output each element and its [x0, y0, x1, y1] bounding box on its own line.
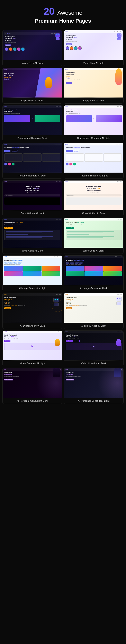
photo-5	[84, 271, 103, 276]
nav-logo: LOGO	[4, 294, 7, 295]
apc-dark-person	[52, 368, 61, 378]
awesome-text: Awesome	[57, 10, 82, 16]
nav-link: Gallery	[115, 256, 118, 257]
aig-dark-content: AI IMAGE GENERATOR Portrait Landscape Ab…	[64, 258, 123, 278]
vo-dark-title: Your CompleteGenerative VoiceAI Toolkit	[5, 36, 60, 42]
rb-dark-cta1: Get Started	[4, 150, 11, 152]
card-label-voice-over-dark: Voice Over AI Dark	[3, 60, 62, 66]
preview-write-code-light: LOGO Home Code Write Code With 10X Faste…	[64, 218, 123, 248]
robot-body	[54, 302, 59, 306]
card-label-digital-agency-light: AI Digital Agency Light	[64, 323, 123, 329]
preview-copy-writing-dark: LOGO Home Chat Whatever You WantTo Ask, …	[64, 180, 123, 210]
cards-grid: LOGO Home About Price Your CompleteGener…	[0, 28, 126, 406]
preview-image-gen-light: LOGO Gallery Generate AI IMAGE GENERATOR…	[3, 256, 62, 285]
preview-copy-writer-dark: LOGO Home Price Best AI WriterFor Creati…	[64, 68, 123, 98]
vo-dark-nav: LOGO Home About Price	[4, 32, 60, 35]
card-bg-remover-light[interactable]: LOGO Home About Remove BackgroundFrom Im…	[64, 105, 123, 141]
card-personal-consultant-dark[interactable]: LOGO Home Consult AI PersonalConsultant …	[3, 368, 62, 404]
card-digital-agency-dark[interactable]: LOGO About Work Smart InnovationThrough …	[3, 293, 62, 329]
avatar-5	[21, 47, 25, 51]
nav-logo: LOGO	[4, 369, 7, 370]
card-label-copy-writing-light: Copy Writing AI Light	[3, 210, 62, 216]
nav-link: Chat	[120, 181, 122, 182]
vc-dark-cta1: Get Started	[66, 340, 72, 342]
preview-resume-light: LOGO Home Features The Smartest AI-Power…	[64, 143, 123, 172]
vo-light-avatars	[66, 46, 122, 50]
bgr-light-after: After	[96, 115, 122, 122]
wcd-nav: LOGO Home Code	[3, 218, 62, 220]
ada-light-sub: We're A Global Creative Agency Based In …	[66, 305, 122, 306]
avatar-1	[5, 47, 8, 51]
avatar-2	[9, 47, 13, 51]
card-personal-consultant-light[interactable]: LOGO Home Consult AI PersonalConsultant …	[64, 368, 123, 404]
card-label-image-gen-dark: Ai Image Generator Dark	[64, 285, 123, 291]
tag-1: Portrait	[4, 262, 8, 264]
card-resume-dark[interactable]: LOGO Home Features The Smartest AI-Power…	[3, 143, 62, 179]
ada-light-content: Smart InnovationThrough AI 🦋 🐝 We're A G…	[64, 296, 123, 311]
card-image-gen-dark[interactable]: LOGO Gallery Generate AI IMAGE GENERATOR…	[64, 256, 123, 291]
aig-light-tags: Portrait Landscape Abstract Fantasy	[4, 262, 60, 264]
aig-light-photos	[4, 266, 60, 276]
card-video-creation-light[interactable]: LOGO Home Create Create ProfessionalVide…	[3, 330, 62, 366]
card-video-creation-dark[interactable]: LOGO Home Create Create ProfessionalVide…	[64, 330, 123, 366]
rb-light-preview	[66, 154, 122, 162]
resume-preview-3	[42, 154, 60, 162]
card-copy-writing-dark[interactable]: LOGO Home Chat Whatever You WantTo Ask, …	[64, 180, 123, 216]
person-illustration	[55, 339, 60, 346]
cwd-input[interactable]: Ask me anything...	[66, 194, 122, 196]
card-voice-over-dark[interactable]: LOGO Home About Price Your CompleteGener…	[3, 30, 62, 66]
card-write-code-light[interactable]: LOGO Home Code Write Code With 10X Faste…	[64, 218, 123, 254]
photo-1	[4, 266, 23, 271]
vc-light-cta2: Watch Demo	[11, 340, 18, 342]
cwl-input[interactable]: Ask me anything...	[4, 194, 60, 196]
nav-logo: LOGO	[65, 294, 68, 295]
wcl-nav: LOGO Home Code	[64, 218, 123, 220]
rb-light-cta1: Get Started	[66, 150, 72, 152]
bgr-arrow: ›	[31, 115, 34, 122]
wcl-content: Write Code With 10X Faster Generate code…	[64, 220, 123, 241]
bgr-dark-sub: How To Remove Background From Tech AI	[4, 113, 60, 114]
card-label-copy-writer-light: Copy Writer AI Light	[3, 98, 62, 104]
robot-body	[117, 37, 121, 40]
card-bg-remover-dark[interactable]: LOGO Home About Remove BackgroundFrom Im…	[3, 105, 62, 141]
cwl-sub: AI-powered writing assistant	[4, 192, 60, 193]
card-copy-writer-dark[interactable]: LOGO Home Price Best AI WriterFor Creati…	[64, 68, 123, 104]
bgr-light-content: Remove BackgroundFrom Images How To Remo…	[64, 108, 123, 124]
robot-eye-right	[58, 34, 59, 35]
robot-head	[117, 34, 121, 37]
avatar-4	[17, 47, 21, 51]
bgr-dark-img-row: Before › After	[4, 115, 60, 122]
header: 20 Awesome Premium Home Pages	[0, 0, 126, 28]
card-copy-writer-light[interactable]: LOGO Home Price Best AI WriterFor Creati…	[3, 68, 62, 104]
card-copy-writing-light[interactable]: LOGO Home Chat Whatever You WantTo Ask, …	[3, 180, 62, 216]
rb-light-icon-3	[73, 162, 76, 166]
page-wrapper: 20 Awesome Premium Home Pages LOGO Home …	[0, 0, 126, 406]
vc-light-nav: LOGO Home Create	[3, 331, 62, 333]
avatar-1	[66, 46, 69, 50]
resume-preview-1	[4, 154, 23, 162]
apc-dark-content: AI PersonalConsultant Your intelligent a…	[3, 371, 62, 382]
aig-dark-nav: LOGO Gallery Generate	[64, 256, 123, 258]
apc-light-person	[113, 368, 122, 378]
cwl-title: Whatever You WantTo Ask, Our ChatWill Fi…	[4, 185, 60, 192]
card-voice-over-light[interactable]: LOGO Home About Price Your CompleteGener…	[64, 30, 123, 66]
card-image-gen-light[interactable]: LOGO Gallery Generate AI IMAGE GENERATOR…	[3, 256, 62, 291]
nav-logo: LOGO	[65, 331, 68, 332]
card-write-code-dark[interactable]: LOGO Home Code Write Code With 10X Faste…	[3, 218, 62, 254]
number: 20	[44, 6, 54, 17]
nav-link: Home	[55, 331, 57, 332]
nav-link: Home	[56, 181, 58, 182]
rb-light-cta2: View Demo	[72, 150, 79, 152]
preview-video-creation-light: LOGO Home Create Create ProfessionalVide…	[3, 331, 62, 360]
wcd-sub: Generate code from plain language descri…	[4, 224, 60, 225]
nav-logo: LOGO	[65, 31, 68, 32]
card-digital-agency-light[interactable]: LOGO About Work Smart InnovationThrough …	[64, 293, 123, 329]
nav-dot	[6, 33, 6, 34]
tag-4: Fantasy	[79, 262, 83, 264]
photo-4	[4, 271, 23, 276]
bgr-before-img: Before	[4, 115, 30, 122]
code-line	[67, 232, 103, 233]
cw-image-area	[35, 68, 62, 98]
card-resume-light[interactable]: LOGO Home Features The Smartest AI-Power…	[64, 143, 123, 179]
aig-dark-photos	[66, 266, 122, 276]
